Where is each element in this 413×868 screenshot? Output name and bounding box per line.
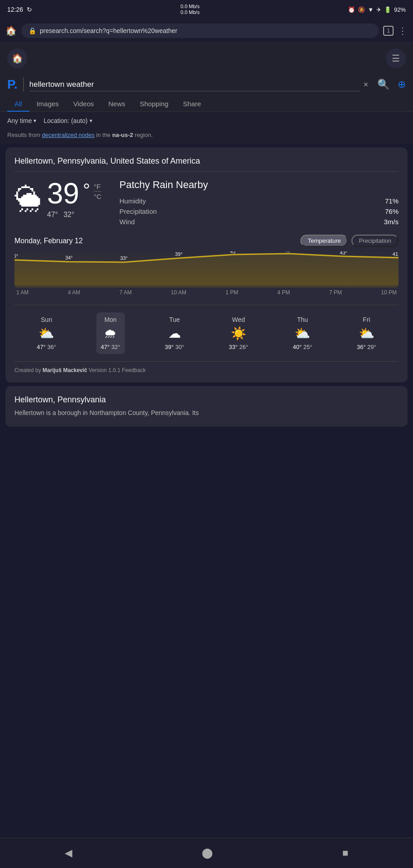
tab-all[interactable]: All (7, 96, 29, 111)
home-button[interactable]: ⬤ (191, 844, 224, 863)
toggle-precipitation[interactable]: Precipitation (351, 235, 399, 247)
result-title[interactable]: Hellertown, Pennsylvania (14, 395, 399, 405)
region-suffix: region. (133, 132, 152, 138)
tab-images[interactable]: Images (29, 96, 66, 111)
day-tuesday[interactable]: Tue ☁ 39° 30° (160, 312, 189, 354)
day-sun-label: Sun (41, 316, 52, 323)
browser-menu-icon[interactable]: ⋮ (398, 25, 408, 36)
humidity-value: 71% (385, 197, 399, 205)
battery-level: 92% (394, 6, 406, 13)
time-label-5: 4 PM (277, 289, 290, 296)
day-mon-temps: 47° 32° (101, 344, 120, 350)
humidity-label: Humidity (119, 197, 146, 205)
day-monday[interactable]: Mon 🌧 47° 32° (96, 312, 125, 354)
day-wed-icon: ☀️ (231, 326, 247, 341)
temp-high: 47° (47, 211, 58, 219)
presearch-home-button[interactable]: 🏠 (7, 48, 27, 68)
day-fri-label: Fri (363, 316, 370, 323)
search-input[interactable]: hellertown weather (29, 80, 360, 89)
region-label: na-us-2 (112, 132, 133, 138)
time-labels: 1 AM 4 AM 7 AM 10 AM 1 PM 4 PM 7 PM 10 P… (14, 289, 399, 296)
day-wednesday[interactable]: Wed ☀️ 33° 26° (224, 312, 253, 354)
day-tue-icon: ☁ (168, 326, 181, 341)
day-sunday[interactable]: Sun ⛅ 47° 36° (32, 312, 61, 354)
search-submit-icon[interactable]: 🔍 (377, 79, 389, 90)
presearch-menu-button[interactable]: ☰ (386, 48, 406, 68)
time: 12:26 (7, 6, 23, 13)
search-divider (23, 77, 24, 92)
time-label-0: 1 AM (16, 289, 28, 296)
network-down: 0.0 Mb/s (180, 9, 199, 15)
chart-svg: 36° 34° 33° 39° 45° 47° 43° 41° (14, 251, 399, 288)
temperature-chart: 36° 34° 33° 39° 45° 47° 43° 41° (14, 251, 399, 288)
weather-condition-text: Patchy Rain Nearby (119, 179, 399, 191)
footer-feedback[interactable]: Feedback (122, 367, 146, 373)
day-mon-icon: 🌧 (104, 326, 117, 341)
url-bar[interactable]: 🔒 presearch.com/search?q=hellertown%20we… (21, 24, 379, 38)
footer-prefix: Created by (14, 367, 43, 373)
chart-label-2: 33° (120, 255, 128, 261)
day-thursday[interactable]: Thu ⛅ 40° 25° (288, 312, 317, 354)
decentralized-nodes-link[interactable]: decentralized nodes (42, 132, 95, 138)
tab-videos[interactable]: Videos (66, 96, 101, 111)
network-up: 0.0 Mb/s (180, 4, 199, 9)
search-clear-button[interactable]: × (363, 80, 368, 90)
chart-label-7: 41° (393, 251, 399, 257)
search-input-container[interactable]: hellertown weather (29, 78, 360, 91)
browser-home-icon[interactable]: 🏠 (5, 25, 17, 36)
airplane-icon: ✈ (376, 6, 381, 13)
toggle-temperature[interactable]: Temperature (300, 235, 348, 247)
alarm-icon: ⏰ (348, 6, 355, 13)
back-button[interactable]: ◀ (54, 844, 83, 863)
chart-label-0: 36° (14, 253, 18, 259)
results-info: Results from decentralized nodes in the … (0, 130, 413, 144)
temp-unit-f: °F (94, 183, 101, 190)
day-fri-icon: ⛅ (359, 326, 375, 341)
weather-degree-symbol: ° (83, 181, 90, 199)
day-thu-label: Thu (297, 316, 308, 323)
nav-tabs: All Images Videos News Shopping Share (0, 94, 413, 112)
temp-range: 47° 32° (47, 211, 101, 219)
precipitation-label: Precipitation (119, 208, 157, 215)
precipitation-value: 76% (385, 208, 399, 215)
weather-current: 🌦 39 ° °F °C 47° 32° Patchy Rain Nearby (14, 179, 399, 226)
temp-unit-c: °C (94, 191, 101, 200)
day-fri-temps: 36° 29° (357, 344, 376, 350)
chart-label-3: 39° (175, 251, 182, 257)
time-filter[interactable]: Any time ▾ (7, 117, 36, 124)
status-right: ⏰ 🔕 ▼ ✈ 🔋 92% (348, 6, 406, 13)
day-sun-icon: ⛅ (38, 326, 54, 341)
battery-icon: 🔋 (384, 6, 391, 13)
weather-footer: Created by Marijuš Mackevič Version 1.0.… (14, 361, 399, 373)
presearch-nav: 🏠 ☰ (0, 43, 413, 74)
tab-share[interactable]: Share (176, 96, 208, 111)
chart-label-4: 45° (230, 251, 237, 254)
location-filter[interactable]: Location: (auto) ▾ (43, 117, 92, 124)
hourly-section: Monday, February 12 Temperature Precipit… (14, 235, 399, 296)
day-tue-label: Tue (169, 316, 180, 323)
tab-shopping[interactable]: Shopping (133, 96, 176, 111)
time-label-3: 10 AM (171, 289, 186, 296)
day-friday[interactable]: Fri ⛅ 36° 29° (352, 312, 381, 354)
footer-version: Version 1.0.1 (87, 367, 122, 373)
tab-count[interactable]: 1 (383, 26, 394, 36)
tab-news[interactable]: News (101, 96, 133, 111)
weather-details: Patchy Rain Nearby Humidity 71% Precipit… (110, 179, 399, 226)
time-label-1: 4 AM (68, 289, 80, 296)
precipitation-row: Precipitation 76% (119, 208, 399, 215)
lock-icon: 🔒 (28, 27, 36, 34)
search-add-icon[interactable]: ⊕ (398, 79, 406, 90)
status-bar: 12:26 ↻ 0.0 Mb/s 0.0 Mb/s ⏰ 🔕 ▼ ✈ 🔋 92% (0, 0, 413, 19)
weather-temp-number: 39 (47, 179, 79, 208)
day-wed-label: Wed (232, 316, 245, 323)
chart-label-6: 43° (340, 251, 347, 255)
search-row: P. hellertown weather × 🔍 ⊕ (0, 74, 413, 94)
wind-label: Wind (119, 218, 135, 226)
time-label-4: 1 PM (225, 289, 238, 296)
wifi-icon: ▼ (368, 6, 374, 13)
time-label-7: 10 PM (381, 289, 397, 296)
time-label-6: 7 PM (329, 289, 342, 296)
recent-apps-button[interactable]: ■ (332, 844, 359, 863)
hourly-header: Monday, February 12 Temperature Precipit… (14, 235, 399, 247)
temp-low: 32° (63, 211, 74, 219)
